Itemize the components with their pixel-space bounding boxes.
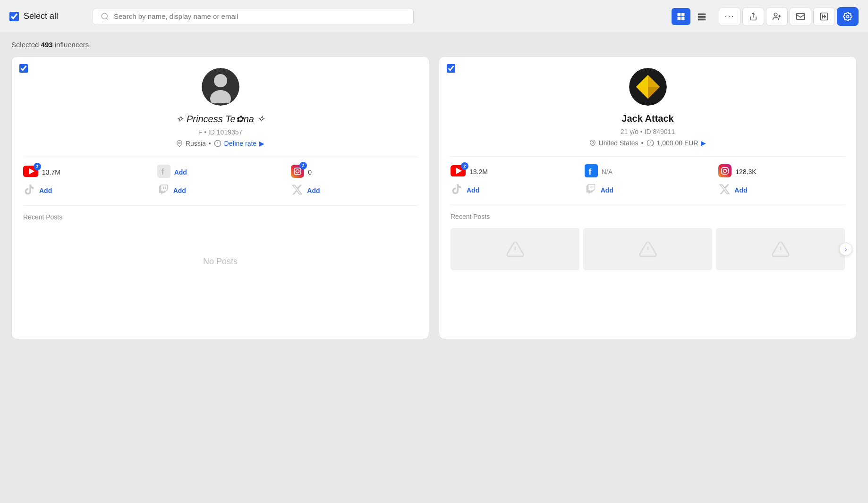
- facebook-icon-2: f: [585, 164, 598, 177]
- card-1-tiktok-icon-wrap: [23, 184, 35, 198]
- share-icon: [749, 12, 757, 21]
- card-1-twitch: Add: [157, 184, 284, 198]
- card-2-facebook-na: N/A: [602, 168, 613, 176]
- svg-point-18: [214, 74, 227, 87]
- card-1-youtube-icon-wrap: 2: [23, 166, 38, 179]
- card-1-youtube-count: 13.7M: [42, 168, 60, 176]
- select-all-label: Select all: [24, 11, 58, 21]
- twitch-icon: [157, 184, 170, 196]
- add-user-button[interactable]: [766, 7, 788, 26]
- top-bar: Select all ···: [0, 0, 868, 33]
- warning-triangle-icon-1: [506, 240, 525, 259]
- email-icon: [796, 12, 805, 21]
- export-icon: [819, 12, 829, 21]
- card-2-checkbox[interactable]: [447, 64, 455, 73]
- card-2-facebook: f N/A: [585, 164, 711, 179]
- card-1-facebook-icon-wrap: f: [157, 165, 170, 180]
- card-1-avatar: [202, 68, 239, 106]
- view-toggles: [672, 8, 711, 25]
- settings-icon: [843, 12, 852, 21]
- card-2-divider-1: [451, 156, 845, 157]
- card-1-twitch-add[interactable]: Add: [173, 187, 186, 194]
- add-user-icon: [772, 12, 782, 21]
- list-icon: [697, 11, 707, 22]
- card-2-meta-sep: •: [640, 128, 645, 135]
- card-2-facebook-icon-wrap: f: [585, 164, 598, 179]
- card-1-avatar-photo: [202, 68, 239, 106]
- more-options-button[interactable]: ···: [719, 7, 740, 26]
- svg-point-17: [847, 15, 849, 17]
- card-1-social-grid-2: Add Add Add: [23, 184, 417, 198]
- select-all-container: Select all: [9, 11, 85, 21]
- card-2-x-add[interactable]: Add: [734, 186, 747, 194]
- card-2-youtube-count: 13.2M: [469, 168, 488, 176]
- card-2-name-text: Jack Attack: [621, 113, 673, 124]
- card-1-no-posts: No Posts: [23, 228, 417, 285]
- svg-text:f: f: [161, 167, 164, 176]
- grid-icon: [676, 12, 686, 21]
- card-2-posts-grid: ›: [451, 228, 845, 270]
- tiktok-icon: [23, 184, 35, 196]
- card-1-instagram-count: 0: [308, 168, 312, 176]
- card-2-twitch-icon-wrap: [585, 183, 597, 197]
- card-2-tiktok-add[interactable]: Add: [467, 186, 479, 194]
- card-2-divider-2: [451, 205, 845, 205]
- card-1-rate-link[interactable]: Define rate: [224, 140, 256, 147]
- svg-point-10: [774, 13, 777, 16]
- facebook-icon: f: [157, 165, 170, 178]
- card-2-twitch: Add: [585, 183, 711, 197]
- card-1-tiktok: Add: [23, 184, 150, 198]
- svg-rect-2: [678, 13, 681, 16]
- ellipsis-icon: ···: [724, 11, 734, 21]
- card-1-x-icon-wrap: [291, 184, 303, 198]
- svg-rect-7: [698, 16, 706, 18]
- card-1-youtube-badge: 2: [34, 163, 41, 170]
- export-button[interactable]: [813, 7, 835, 26]
- card-1-tiktok-add[interactable]: Add: [39, 187, 52, 194]
- card-1-name: ✧ Princess Te✿na ✧: [23, 113, 417, 125]
- post-thumb-3: [716, 228, 845, 270]
- location-pin-icon-2: [589, 140, 596, 146]
- svg-point-20: [179, 142, 180, 144]
- grid-view-button[interactable]: [672, 8, 690, 25]
- card-1-facebook: f Add: [157, 165, 284, 180]
- card-2-twitch-add[interactable]: Add: [601, 186, 613, 194]
- share-button[interactable]: [742, 7, 764, 26]
- svg-rect-6: [698, 13, 706, 15]
- search-input[interactable]: [114, 12, 406, 20]
- toolbar-actions: ···: [719, 7, 859, 26]
- select-all-checkbox[interactable]: [9, 12, 19, 21]
- settings-button[interactable]: [837, 7, 859, 26]
- svg-rect-8: [698, 18, 706, 20]
- list-view-button[interactable]: [692, 8, 711, 25]
- card-1-location-text: Russia: [186, 140, 206, 147]
- card-1-x-add[interactable]: Add: [307, 187, 320, 194]
- svg-text:f: f: [588, 167, 592, 176]
- card-2-meta: 21 y/o • ID 849011: [451, 128, 845, 135]
- svg-point-45: [727, 168, 728, 168]
- card-2-rate-arrow[interactable]: ▶: [701, 139, 706, 147]
- card-2-recent-posts-label: Recent Posts: [451, 213, 845, 220]
- search-icon: [101, 12, 109, 21]
- warning-triangle-icon-3: [771, 240, 790, 259]
- instagram-icon-2: [718, 164, 732, 177]
- posts-next-button[interactable]: ›: [839, 243, 852, 256]
- card-1-facebook-add[interactable]: Add: [174, 168, 187, 176]
- card-2-social-grid-2: Add Add Add: [451, 183, 845, 197]
- email-button[interactable]: [790, 7, 811, 26]
- card-1-divider-2: [23, 205, 417, 206]
- card-2-instagram-count: 128.3K: [735, 168, 756, 176]
- svg-point-36: [592, 142, 594, 143]
- card-2-tiktok-icon-wrap: [451, 183, 463, 197]
- selected-banner: Selected 493 influencers: [0, 33, 868, 56]
- card-1-rate-arrow[interactable]: ▶: [259, 140, 264, 147]
- card-2-name: Jack Attack: [451, 113, 845, 124]
- card-1-gender: F: [198, 128, 203, 136]
- card-1-instagram: 2 0: [291, 165, 417, 180]
- coin-icon: [214, 140, 221, 147]
- card-1-checkbox[interactable]: [19, 64, 28, 73]
- svg-point-19: [210, 90, 231, 103]
- card-2-location: United States • 1,000.00 EUR ▶: [451, 139, 845, 147]
- tiktok-icon-2: [451, 183, 463, 195]
- card-2-instagram: 128.3K: [718, 164, 845, 179]
